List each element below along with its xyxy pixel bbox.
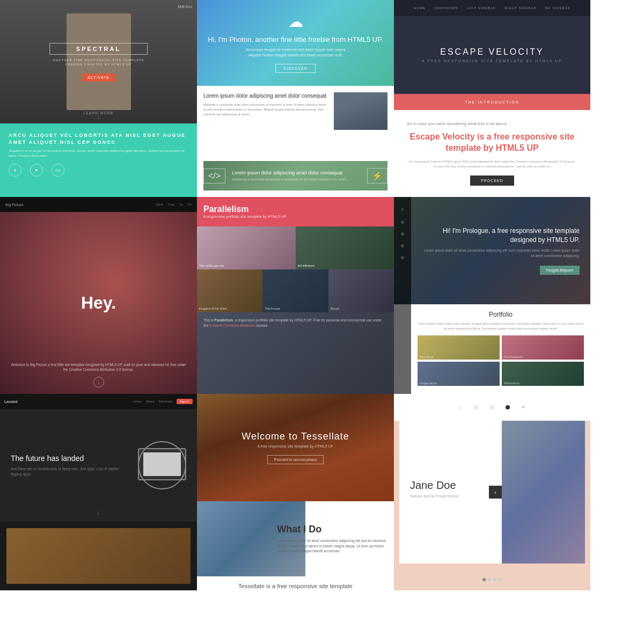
cell-escape-velocity: HOME DROPDOWN LEFT SIDEBAR RIGHT SIDEBAR… xyxy=(394,0,590,197)
cell-photon: ☁ Hi, I'm Photon, another fine little fr… xyxy=(197,0,394,197)
landed-nav-home[interactable]: Home xyxy=(133,400,142,403)
ev-nav-home[interactable]: HOME xyxy=(414,6,426,10)
bp-nav-go[interactable]: Go xyxy=(179,203,183,206)
ev-intro-label: THE INTRODUCTION xyxy=(465,100,519,104)
landed-nav-about[interactable]: About xyxy=(146,400,155,403)
spectral-icon-1: ♦ xyxy=(9,164,21,177)
photon-content-title: Lorem ipsum dolor adipiscing amet dolor … xyxy=(203,92,328,99)
para-title: Parallelism xyxy=(203,204,280,214)
astral-home-icon[interactable]: ⌂ xyxy=(458,404,462,411)
discover-button[interactable]: DISCOVER xyxy=(275,64,316,73)
ev-intro-bar: THE INTRODUCTION xyxy=(394,94,590,110)
landed-body: And there are no hoverboards or flying c… xyxy=(11,466,127,477)
para-image-1: You really got me xyxy=(197,226,296,269)
proceed-button[interactable]: PROCEED xyxy=(470,175,514,186)
pro-cta-button[interactable]: Feugiat Aliquam xyxy=(540,266,580,275)
ev-nav-left[interactable]: LEFT SIDEBAR xyxy=(467,6,496,10)
astral-dot-4[interactable] xyxy=(499,578,502,581)
what-i-do-text: Lorem ipsum dolor sit amet consectetur a… xyxy=(277,538,387,554)
para-subtitle: A responsive portfolio site template by … xyxy=(203,214,286,219)
landed-books-section xyxy=(0,522,197,590)
para-cc-link[interactable]: Creative Commons Attribution xyxy=(209,324,255,327)
pro-sidebar: ☰ xyxy=(394,197,411,394)
photon-thumbnail xyxy=(334,92,387,130)
astral-photo xyxy=(502,421,585,564)
spectral-subtitle: ANOTHER FINE RESPONSIVE SITE TEMPLATE FR… xyxy=(49,58,148,67)
sidebar-dot-3 xyxy=(401,244,404,247)
bp-description: Welcome to Big Picture a fine little sit… xyxy=(11,362,186,373)
landed-hero: The future has landed And there are no h… xyxy=(0,409,197,522)
pro-grid-label-3: Feugiat ferrum xyxy=(420,382,437,385)
menu-label: MENU xyxy=(178,4,193,9)
pro-portfolio-text: Vitae habitus dolor diam tiam semper mag… xyxy=(418,321,584,331)
ev-navbar: HOME DROPDOWN LEFT SIDEBAR RIGHT SIDEBAR… xyxy=(394,0,590,16)
ev-so-in-case: So in case you were wondering what this … xyxy=(407,121,577,126)
para-bottom-image-1: Kingdom of the Wind xyxy=(197,269,262,312)
para-desc-text: This is Parallelism, a responsive portfo… xyxy=(203,318,387,328)
landed-signin-button[interactable]: Sign in xyxy=(177,399,193,404)
tess-bottom-title: Tessellate is a free responsive site tem… xyxy=(203,583,387,589)
pro-hi-text: Hi! I'm Prologue, a free responsive site… xyxy=(421,226,580,245)
para-bottom-image-2: The Pursuit xyxy=(262,269,328,312)
pro-body-text: Lorem ipsum dolor sit amet consectetur a… xyxy=(421,248,580,259)
what-i-do-section: What I Do Lorem ipsum dolor sit amet con… xyxy=(197,501,394,576)
astral-dot-1[interactable] xyxy=(482,578,486,581)
para-bottom-2-label: The Pursuit xyxy=(265,307,280,310)
cell-tessellate: Welcome to Tessellate A free responsive … xyxy=(197,394,394,590)
pro-grid-2[interactable]: Dua Parallelism xyxy=(502,335,584,360)
spectral-bottom-title: ARCU ALIQUET VEL LOBORTIS ATA NISL EGET … xyxy=(9,132,188,145)
bp-logo: Big Picture xyxy=(5,203,24,207)
spectral-icon-3: </> xyxy=(52,164,64,177)
landed-nav-elements[interactable]: Elements xyxy=(159,400,172,403)
astral-star-icon[interactable]: ✦ xyxy=(521,404,526,411)
astral-mail-icon-2[interactable]: ✉ xyxy=(489,404,495,411)
pro-grid-label-4: Windturbines xyxy=(504,382,519,385)
cell-spectral: SPECTRAL ANOTHER FINE RESPONSIVE SITE TE… xyxy=(0,0,197,197)
cell-astral: ⌂ ✉ ✉ ✦ Jane Doe Senior Astral Projectio… xyxy=(394,394,590,590)
ev-nav-right[interactable]: RIGHT SIDEBAR xyxy=(504,6,537,10)
cell-big-picture: Big Picture Work Chat Go Do Hey. Welcome… xyxy=(0,197,197,394)
bp-scroll-button[interactable]: ↓ xyxy=(93,377,104,387)
pro-grid-4[interactable]: Windturbines xyxy=(502,362,584,386)
astral-role: Senior Astral Projectionist xyxy=(410,494,491,499)
sidebar-dot-4 xyxy=(401,256,404,259)
ev-small-text: It's responsive, built on HTML5 and CSS3… xyxy=(407,159,577,169)
tess-bottom-section: Tessellate is a free responsive site tem… xyxy=(197,576,394,590)
landed-headline: The future has landed xyxy=(11,453,127,463)
ev-nav-none[interactable]: NO SIDEBAR xyxy=(545,6,570,10)
para-bottom-1-label: Kingdom of the Wind xyxy=(199,307,226,310)
astral-navbar: ⌂ ✉ ✉ ✦ xyxy=(394,394,590,421)
cell-parallelism: Parallelism A responsive portfolio site … xyxy=(197,197,394,394)
tess-subtitle: A free responsive site template by HTML5… xyxy=(241,444,349,448)
ev-main-text: Escape Velocity is a free responsive sit… xyxy=(407,131,577,154)
para-image-2: Ad Infinitum xyxy=(296,226,394,269)
activate-button[interactable]: ACTIVATE xyxy=(82,74,115,82)
bp-nav-work[interactable]: Work xyxy=(156,203,164,206)
sidebar-dot-1 xyxy=(401,221,404,224)
astral-next-button[interactable]: › xyxy=(489,486,502,499)
photon-subtext: Accumsan feugiat mi commodi and lorem ip… xyxy=(242,47,349,58)
astral-mail-icon-1[interactable]: ✉ xyxy=(473,404,479,411)
pro-portfolio-section: Portfolio Vitae habitus dolor diam tiam … xyxy=(394,304,590,394)
tess-hero: Welcome to Tessellate A free responsive … xyxy=(197,394,394,501)
astral-dot-2[interactable] xyxy=(488,578,491,581)
astral-pagination xyxy=(394,569,590,590)
bp-hey: Hey. xyxy=(81,293,116,313)
bp-nav-do[interactable]: Do xyxy=(187,203,192,206)
astral-dot-3[interactable] xyxy=(493,578,496,581)
bolt-icon: ⚡ xyxy=(367,168,387,184)
ev-nav-dropdown[interactable]: DROPDOWN xyxy=(434,6,458,10)
cell-landed: Landed Home About Elements Sign in The f… xyxy=(0,394,197,590)
bp-nav-chat[interactable]: Chat xyxy=(168,203,175,206)
pro-grid-3[interactable]: Feugiat ferrum xyxy=(418,362,500,386)
code-icon: </> xyxy=(203,169,225,184)
pro-portfolio-title: Portfolio xyxy=(418,311,584,318)
para-top-grid: You really got me Ad Infinitum xyxy=(197,226,394,269)
landed-scroll-arrow: ↓ xyxy=(97,509,100,516)
tess-cta-button[interactable]: Proceed to second phase xyxy=(267,455,324,464)
what-i-do-title: What I Do xyxy=(277,524,387,535)
parallelism-hero: Parallelism A responsive portfolio site … xyxy=(197,197,394,226)
pro-grid-1[interactable]: Back Royal xyxy=(418,335,500,360)
astral-card: Jane Doe Senior Astral Projectionist › xyxy=(399,421,585,564)
banner-sub: Adipiscing a commodo accumsan in accumsa… xyxy=(232,177,361,181)
